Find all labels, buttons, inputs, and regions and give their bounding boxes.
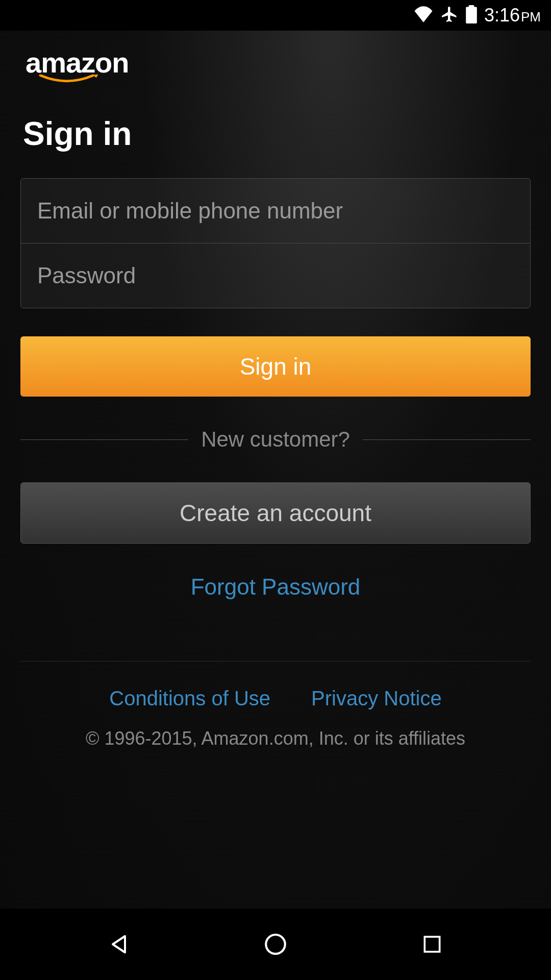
svg-rect-3 (424, 937, 439, 951)
password-field[interactable] (21, 243, 530, 308)
forgot-password-container: Forgot Password (20, 574, 531, 600)
back-button[interactable] (101, 926, 137, 962)
page-title: Sign in (20, 115, 531, 153)
logo-area: amazon (20, 46, 531, 87)
svg-rect-1 (469, 5, 474, 8)
amazon-logo: amazon (26, 48, 531, 77)
footer-links: Conditions of Use Privacy Notice (20, 687, 531, 710)
svg-rect-0 (466, 7, 477, 23)
divider: New customer? (20, 427, 531, 452)
signin-button[interactable]: Sign in (20, 336, 531, 397)
create-account-button[interactable]: Create an account (20, 482, 531, 544)
divider-line-left (20, 439, 188, 440)
airplane-mode-icon (440, 5, 459, 26)
battery-icon (466, 5, 477, 26)
recent-apps-button[interactable] (414, 926, 450, 962)
footer: Conditions of Use Privacy Notice © 1996-… (20, 661, 531, 749)
new-customer-label: New customer? (188, 427, 363, 452)
status-bar: 3:16PM (0, 0, 551, 31)
main-content: amazon Sign in Sign in New customer? Cre… (0, 31, 551, 909)
wifi-icon (414, 6, 433, 24)
privacy-link[interactable]: Privacy Notice (311, 687, 442, 710)
email-field[interactable] (21, 179, 530, 243)
navigation-bar (0, 909, 551, 980)
conditions-link[interactable]: Conditions of Use (109, 687, 270, 710)
input-group (20, 178, 531, 308)
home-button[interactable] (258, 926, 293, 962)
svg-point-2 (266, 935, 285, 954)
status-time: 3:16PM (484, 5, 541, 26)
copyright-text: © 1996-2015, Amazon.com, Inc. or its aff… (20, 728, 531, 749)
divider-line-right (363, 439, 531, 440)
forgot-password-link[interactable]: Forgot Password (191, 574, 361, 599)
amazon-smile-icon (31, 75, 107, 85)
